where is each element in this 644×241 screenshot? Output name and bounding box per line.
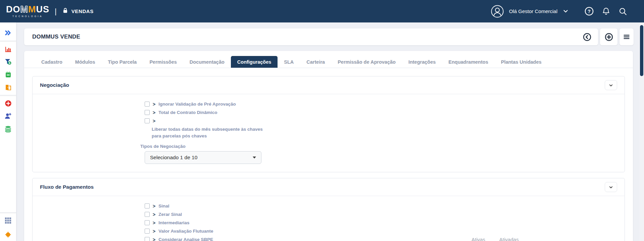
bell-icon[interactable] — [602, 7, 610, 16]
sidebar-divider — [0, 95, 16, 96]
checkbox-label[interactable]: Zerar Sinal — [158, 212, 182, 217]
left-sidebar: $ — [0, 22, 16, 241]
main-content: DOMMUS VENDE Cadastro Módulos Tipo Parce… — [16, 22, 644, 241]
checkbox[interactable] — [145, 102, 150, 107]
checkbox[interactable] — [145, 203, 150, 208]
section-fluxo-body: > Sinal > Zerar Sinal > Intermediarias >… — [33, 196, 625, 241]
checkbox-label[interactable]: Valor Avaliação Flutuante — [158, 229, 213, 234]
module-vendas[interactable]: VENDAS — [62, 7, 94, 15]
tab-bar: Cadastro Módulos Tipo Parcela Permissões… — [24, 51, 633, 68]
tab-plantas-unidades[interactable]: Plantas Unidades — [495, 56, 548, 68]
row-prefix: > — [153, 204, 155, 208]
calendar-icon[interactable] — [0, 68, 16, 81]
coins-icon[interactable] — [0, 122, 16, 135]
checkbox-row: > Intermediarias — [145, 219, 616, 227]
content-card: Cadastro Módulos Tipo Parcela Permissões… — [24, 51, 633, 241]
checkbox-row: > Valor Avaliação Flutuante — [145, 227, 616, 235]
plus-circle-icon[interactable] — [0, 97, 16, 110]
apps-grid-icon[interactable] — [0, 214, 16, 227]
building-door-icon[interactable] — [0, 81, 16, 94]
checkbox-row: > — [145, 117, 616, 125]
section-title: Fluxo de Pagamentos — [40, 184, 94, 190]
checkbox-row: > Sinal — [145, 202, 616, 210]
checkbox-label[interactable]: Ignorar Validação de Pré Aprovação — [158, 102, 236, 107]
sidebar-divider — [0, 41, 16, 41]
footer-text-right: Ativadas — [499, 237, 519, 241]
logo-subtitle: TECNOLOGIA — [12, 15, 43, 17]
expand-sidebar-icon[interactable] — [0, 26, 16, 39]
tab-permissao-aprovacao[interactable]: Permissão de Aprovação — [331, 56, 402, 68]
footer-text-left: Ativas — [472, 237, 485, 241]
user-avatar[interactable] — [491, 5, 504, 18]
hamburger-menu-button[interactable] — [620, 28, 634, 45]
bar-chart-icon[interactable] — [0, 43, 16, 55]
row-prefix: > — [153, 110, 155, 115]
top-navbar: DOMMUS TECNOLOGIA | VENDAS Olá Gestor Co… — [0, 0, 644, 22]
tipos-negociacao-select[interactable]: Selecionado 1 de 10 — [145, 151, 261, 164]
logo-wordmark: DOMMUS — [6, 5, 49, 14]
section-fluxo-pagamentos: Fluxo de Pagamentos > Sinal > Zerar Sina… — [32, 178, 625, 241]
collapse-chevron-button[interactable] — [605, 80, 617, 90]
module-label: VENDAS — [71, 8, 94, 14]
page-title: DOMMUS VENDE — [32, 34, 80, 40]
row-prefix: > — [153, 229, 155, 234]
clipped-footer-text: Ativas Ativadas — [472, 237, 518, 241]
tab-carteira[interactable]: Carteira — [300, 56, 331, 68]
row-prefix: > — [153, 102, 155, 107]
checkbox-row: > Total de Contrato Dinâmico — [145, 108, 616, 117]
help-icon[interactable]: ? — [585, 7, 594, 16]
navbar-right: Olá Gestor Comercial ? — [491, 5, 644, 18]
dommus-logo[interactable]: DOMMUS TECNOLOGIA — [6, 5, 49, 17]
funnel-dollar-icon[interactable]: $ — [0, 55, 16, 68]
checkbox[interactable] — [145, 229, 150, 234]
scrollbar-thumb[interactable] — [640, 25, 643, 76]
svg-text:?: ? — [588, 9, 591, 14]
tab-integracoes[interactable]: Integrações — [402, 56, 442, 68]
checkbox-label[interactable]: Considerar Analise SBPE — [158, 237, 213, 241]
lock-icon — [62, 7, 68, 15]
checkbox-label[interactable]: Intermediarias — [158, 220, 189, 225]
section-negociacao-header: Negociação — [33, 76, 625, 94]
checkbox-label[interactable]: Total de Contrato Dinâmico — [158, 110, 217, 115]
navbar-divider: | — [55, 7, 57, 16]
checkbox[interactable] — [145, 237, 150, 241]
search-icon[interactable] — [618, 7, 627, 16]
tab-sla[interactable]: SLA — [278, 56, 300, 68]
tab-enquadramentos[interactable]: Enquadramentos — [442, 56, 494, 68]
collapse-chevron-button[interactable] — [605, 182, 617, 192]
checkbox-label[interactable]: Sinal — [158, 203, 169, 208]
section-fluxo-header: Fluxo de Pagamentos — [33, 178, 625, 196]
caret-down-icon — [253, 157, 256, 159]
tab-documentacao[interactable]: Documentação — [183, 56, 231, 68]
row-prefix: > — [153, 221, 155, 225]
sidebar-divider — [0, 212, 16, 213]
row-prefix: > — [153, 119, 155, 123]
tipos-negociacao-label: Tipos de Negociação — [140, 144, 616, 149]
tab-configuracoes[interactable]: Configurações — [231, 56, 278, 68]
checkbox[interactable] — [145, 212, 150, 217]
chevron-down-icon[interactable] — [563, 8, 568, 14]
checkbox-row: > Considerar Analise SBPE — [145, 235, 616, 241]
back-circle-button[interactable] — [583, 33, 591, 41]
user-greeting: Olá Gestor Comercial — [509, 8, 557, 14]
tab-permissoes[interactable]: Permissões — [143, 56, 183, 68]
tab-modulos[interactable]: Módulos — [69, 56, 102, 68]
tab-tipo-parcela[interactable]: Tipo Parcela — [101, 56, 143, 68]
section-negociacao-body: > Ignorar Validação de Pré Aprovação > T… — [33, 94, 625, 172]
checkbox[interactable] — [145, 220, 150, 225]
section-title: Negociação — [40, 82, 69, 88]
page-title-card: DOMMUS VENDE — [24, 28, 598, 45]
settings-gear-icon[interactable] — [0, 228, 16, 241]
checkbox-label-wrapped[interactable]: Liberar todas datas do mês subsequente à… — [152, 126, 272, 139]
checkbox[interactable] — [145, 110, 150, 115]
add-circle-button[interactable] — [600, 28, 617, 45]
checkbox-row: > Ignorar Validação de Pré Aprovação — [145, 100, 616, 108]
section-negociacao: Negociação > Ignorar Validação de Pré Ap… — [32, 76, 625, 172]
person-plus-icon[interactable] — [0, 110, 16, 122]
checkbox[interactable] — [145, 118, 150, 123]
tab-cadastro[interactable]: Cadastro — [35, 56, 69, 68]
svg-text:$: $ — [9, 62, 10, 65]
select-value: Selecionado 1 de 10 — [150, 155, 197, 161]
vertical-scrollbar[interactable] — [639, 22, 644, 241]
checkbox-row: > Zerar Sinal — [145, 210, 616, 219]
